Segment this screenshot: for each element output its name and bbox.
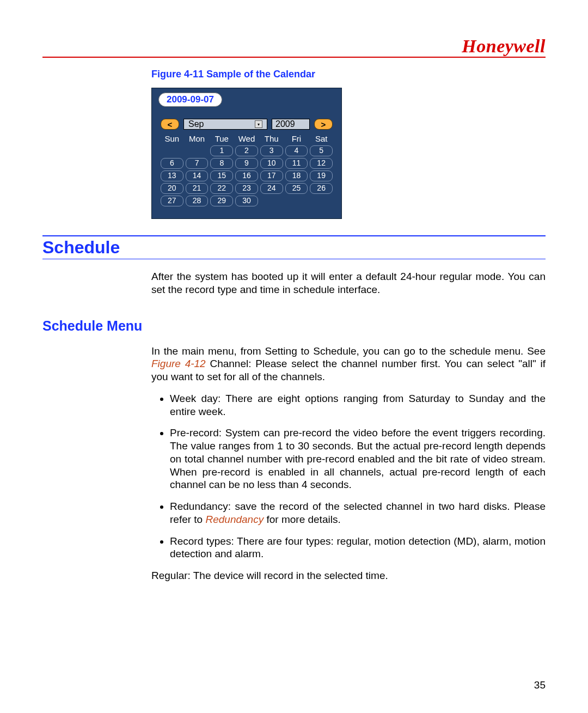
- day-cell[interactable]: 22: [210, 183, 233, 194]
- dow-mon: Mon: [186, 133, 209, 144]
- redundancy-ref: Redundancy: [205, 514, 264, 525]
- month-label: Sep: [188, 119, 204, 129]
- day-cell[interactable]: 5: [310, 145, 333, 156]
- header-rule: [42, 57, 546, 58]
- day-cell[interactable]: 8: [210, 158, 233, 169]
- dropdown-icon[interactable]: ▾: [255, 120, 262, 128]
- day-cell[interactable]: 17: [260, 170, 283, 181]
- calendar-nav-row: < Sep ▾ 2009 >: [156, 119, 337, 132]
- dow-sun: Sun: [161, 133, 183, 144]
- schedule-menu-paragraph: In the main menu, from Setting to Schedu…: [151, 345, 546, 383]
- day-cell[interactable]: 7: [186, 158, 209, 169]
- para-lead: In the main menu, from Setting to Schedu…: [151, 345, 546, 357]
- day-cell[interactable]: 16: [235, 170, 258, 181]
- day-cell[interactable]: 21: [186, 183, 209, 194]
- figure-caption: Figure 4-11 Sample of the Calendar: [151, 69, 546, 80]
- day-cell[interactable]: 14: [186, 170, 209, 181]
- page-number: 35: [534, 679, 546, 691]
- next-month-button[interactable]: >: [314, 119, 333, 130]
- figure-ref-4-12: Figure 4-12: [151, 358, 206, 369]
- brand-logo: Honeywell: [462, 36, 546, 57]
- section-heading-schedule: Schedule: [42, 237, 546, 258]
- para-tail: Channel: Please select the channel numbe…: [151, 358, 546, 382]
- year-input[interactable]: 2009: [272, 119, 310, 130]
- day-cell[interactable]: 4: [285, 145, 308, 156]
- bullet-redundancy-tail: for more details.: [264, 514, 341, 525]
- day-cell[interactable]: 28: [186, 196, 209, 206]
- dow-wed: Wed: [235, 133, 258, 144]
- day-cell[interactable]: 2: [235, 145, 258, 156]
- dow-tue: Tue: [210, 133, 233, 144]
- day-cell[interactable]: 11: [285, 158, 308, 169]
- month-dropdown[interactable]: Sep ▾: [183, 119, 267, 130]
- section-rule-bottom: [42, 259, 546, 259]
- day-cell[interactable]: 30: [235, 196, 258, 206]
- bullet-record-types: Record types: There are four types: regu…: [170, 535, 546, 561]
- day-cell[interactable]: 24: [260, 183, 283, 194]
- day-cell[interactable]: 15: [210, 170, 233, 181]
- dow-thu: Thu: [260, 133, 283, 144]
- day-cell[interactable]: 18: [285, 170, 308, 181]
- dow-sat: Sat: [310, 133, 333, 144]
- day-cell[interactable]: 1: [210, 145, 233, 156]
- bullet-redundancy: Redundancy: save the record of the selec…: [170, 500, 546, 526]
- day-cell[interactable]: 25: [285, 183, 308, 194]
- footer-line: Regular: The device will record in the s…: [151, 569, 546, 582]
- day-cell[interactable]: 29: [210, 196, 233, 206]
- day-cell[interactable]: 23: [235, 183, 258, 194]
- calendar-grid: Sun Mon Tue Wed Thu Fri Sat 1 2 3 4 5 6 …: [156, 132, 337, 206]
- day-cell[interactable]: 10: [260, 158, 283, 169]
- day-cell[interactable]: 26: [310, 183, 333, 194]
- subsection-heading-schedule-menu: Schedule Menu: [42, 318, 546, 334]
- intro-paragraph: After the system has booted up it will e…: [151, 270, 546, 296]
- day-cell[interactable]: 9: [235, 158, 258, 169]
- dow-fri: Fri: [285, 133, 308, 144]
- section-rule-top: [42, 235, 546, 236]
- prev-month-button[interactable]: <: [161, 119, 179, 130]
- day-cell[interactable]: 19: [310, 170, 333, 181]
- bullet-weekday: Week day: There are eight options rangin…: [170, 392, 546, 418]
- selected-date-chip[interactable]: 2009-09-07: [158, 93, 222, 107]
- bullet-prerecord: Pre-record: System can pre-record the vi…: [170, 426, 546, 491]
- calendar-widget: 2009-09-07 < Sep ▾ 2009 > Sun Mon Tue We…: [151, 88, 342, 219]
- day-cell[interactable]: 12: [310, 158, 333, 169]
- day-cell[interactable]: 3: [260, 145, 283, 156]
- day-cell[interactable]: 13: [161, 170, 183, 181]
- day-cell[interactable]: 27: [161, 196, 183, 206]
- day-cell[interactable]: 6: [161, 158, 183, 169]
- day-cell[interactable]: 20: [161, 183, 183, 194]
